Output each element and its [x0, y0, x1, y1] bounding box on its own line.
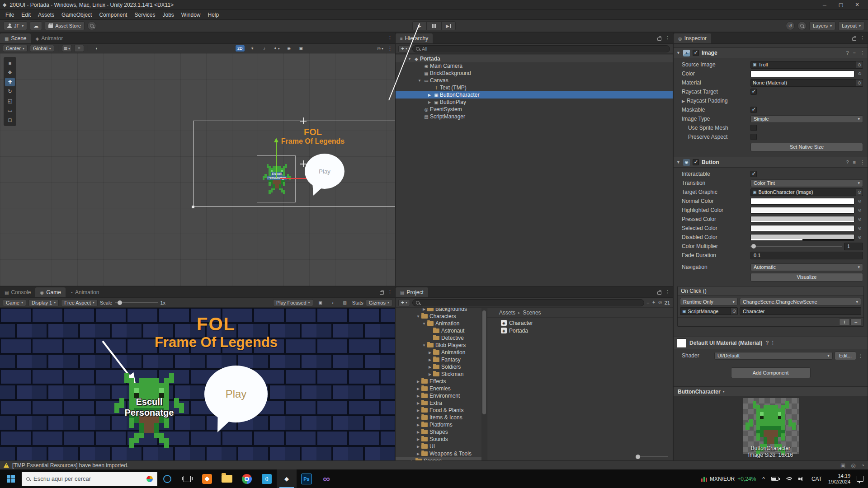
scene-tool-button[interactable]: ◻ [5, 116, 15, 124]
folder-row[interactable]: ▶ UI [396, 443, 487, 450]
step-button[interactable]: ▶ [441, 21, 456, 30]
folder-row[interactable]: ▼ Characters [396, 313, 487, 320]
lock-icon[interactable] [380, 291, 384, 295]
tab-hierarchy[interactable]: ≡ Hierarchy [396, 33, 433, 43]
chrome-button[interactable] [237, 469, 257, 488]
foldout-icon[interactable]: ▼ [676, 51, 680, 55]
expander-icon[interactable]: ▶ [415, 430, 421, 434]
undo-history-button[interactable]: ↺ [786, 21, 795, 30]
expander-icon[interactable]: ▼ [421, 343, 427, 347]
expander-icon[interactable]: ▶ [427, 365, 433, 369]
orientation-dropdown[interactable]: Global▾ [30, 45, 54, 52]
layers-dropdown[interactable]: Layers▾ [809, 21, 835, 30]
event-function-dropdown[interactable]: ChangeScene.ChangeNewScene [740, 298, 861, 305]
task-view-button[interactable] [177, 469, 197, 488]
expander-icon[interactable]: ▶ [415, 394, 421, 398]
battery-icon[interactable] [771, 477, 778, 481]
screenshot-button[interactable]: ▣ [316, 299, 326, 306]
scene-tool-button[interactable]: ◱ [5, 97, 15, 105]
asset-row[interactable]: ◈ Portada [487, 327, 673, 334]
panel-menu-icon[interactable]: ⋮ [665, 289, 670, 295]
expander-icon[interactable]: ▶ [415, 408, 421, 413]
folder-row[interactable]: ▶ Soldiers [396, 363, 487, 371]
panel-menu-icon[interactable]: ⋮ [387, 35, 392, 41]
create-object-button[interactable]: +▾ [398, 45, 410, 52]
folder-row[interactable]: ▼ Blob Players [396, 342, 487, 349]
scene-toolbar-menu-icon[interactable]: ⋮ [387, 46, 392, 52]
scene-tool-button[interactable]: ▭ [5, 106, 15, 115]
color-field[interactable] [750, 70, 854, 77]
normal-color-field[interactable] [750, 198, 854, 205]
expander-icon[interactable]: ▶ [415, 452, 421, 456]
folder-row[interactable]: ▶ Enemies [396, 385, 487, 392]
lock-icon[interactable] [657, 38, 661, 41]
project-zoom-slider[interactable] [636, 456, 668, 457]
status-message[interactable]: [TMP Essential Resources] have been impo… [12, 462, 128, 469]
stats-icon-button[interactable]: ▥ [340, 299, 350, 306]
expander-icon[interactable]: ▶ [426, 93, 433, 97]
menu-item[interactable]: Jobs [159, 12, 177, 18]
play-button-bubble[interactable]: Play [204, 366, 268, 422]
folder-row[interactable]: ▶ Items & Icons [396, 414, 487, 421]
account-button[interactable]: JF ▾ [4, 21, 27, 30]
folder-row[interactable]: ▶ Platforms [396, 421, 487, 428]
folder-row[interactable]: ▶ Stickman [396, 371, 487, 378]
scene-tool-button[interactable]: ≡ [5, 59, 15, 67]
edit-shader-button[interactable]: Edit... [835, 352, 856, 360]
expander-icon[interactable]: ▶ [415, 401, 421, 405]
project-search-input[interactable] [412, 299, 644, 306]
expander-icon[interactable]: ▶ [427, 372, 433, 376]
transition-dropdown[interactable]: Color Tint [750, 179, 863, 187]
status-progress-icon[interactable]: ◔ [861, 462, 864, 469]
expander-icon[interactable]: ▼ [416, 79, 423, 83]
button-component-header[interactable]: ▼ ◉ Button ? ≡ ⋮ [674, 157, 868, 168]
foldout-icon[interactable]: ▼ [676, 160, 680, 164]
folder-row[interactable]: ▶ Food & Plants [396, 407, 487, 414]
menu-item[interactable]: Window [178, 12, 204, 18]
preset-icon[interactable]: ≡ [853, 160, 856, 165]
eyedropper-icon[interactable]: ⊙ [856, 225, 863, 232]
expander-icon[interactable]: ▶ [427, 351, 433, 355]
gizmos-globe-dropdown[interactable]: ◎▾ [375, 45, 385, 52]
unity-hub-button[interactable] [197, 469, 217, 488]
tab-animator[interactable]: ◈ Animator [31, 33, 67, 43]
hierarchy-row[interactable]: ▦ BrickBackground [396, 70, 673, 77]
global-search-button[interactable] [797, 21, 807, 30]
project-tree-scrollbar[interactable] [481, 308, 487, 461]
expander-icon[interactable]: ▼ [406, 57, 413, 61]
vscode-button[interactable]: ⟨⟩ [257, 469, 277, 488]
search-by-type-icon[interactable]: ≡ [646, 300, 649, 305]
component-enabled-checkbox[interactable] [693, 50, 699, 56]
hierarchy-row[interactable]: ▤ ScriptManager [396, 113, 673, 120]
folder-row[interactable]: ▶ Fantasy [396, 356, 487, 363]
close-button[interactable]: ✕ [849, 0, 865, 9]
component-menu-icon[interactable]: ⋮ [860, 50, 865, 56]
display-dropdown[interactable]: Display 1▾ [28, 299, 59, 306]
taskbar-search[interactable]: Escriu aquí per cercar [22, 472, 157, 486]
create-asset-button[interactable]: +▾ [398, 299, 410, 306]
expander-icon[interactable]: ▶ [415, 387, 421, 391]
eyedropper-icon[interactable]: ⊙ [856, 216, 863, 223]
folder-row[interactable]: ▼ Animation [396, 320, 487, 327]
minimize-button[interactable]: ─ [816, 0, 833, 9]
status-cloud-icon[interactable]: ◎ [851, 462, 855, 469]
folder-row[interactable]: Detective [396, 334, 487, 342]
image-type-dropdown[interactable]: Simple [750, 115, 863, 123]
menu-item[interactable]: Assets [34, 12, 58, 18]
folder-row[interactable]: ▶ Backgrounds [396, 308, 487, 313]
component-menu-icon[interactable]: ⋮ [770, 340, 775, 346]
fade-duration-input[interactable]: 0.1 [750, 252, 863, 259]
object-picker-icon[interactable]: ⊙ [856, 189, 863, 196]
panel-menu-icon[interactable]: ⋮ [387, 289, 392, 295]
help-icon[interactable]: ? [765, 340, 769, 346]
menu-item[interactable]: File [2, 12, 18, 18]
folder-row[interactable]: ▶ Animation [396, 349, 487, 356]
gizmos-dropdown[interactable]: Gizmos▾ [366, 299, 392, 306]
shader-dropdown[interactable]: UI/Default [714, 352, 833, 360]
maximize-button[interactable]: ▢ [833, 0, 849, 9]
disabled-color-field[interactable] [750, 234, 854, 241]
scene-viewport[interactable]: ≡ ❖ ✚ ↻ ◱ ▭ ◻ FOL Frame [0, 53, 395, 286]
visual-studio-button[interactable]: ∞ [316, 469, 336, 488]
mute-audio-button[interactable]: ♪ [328, 299, 338, 306]
raycast-target-checkbox[interactable] [750, 89, 757, 95]
